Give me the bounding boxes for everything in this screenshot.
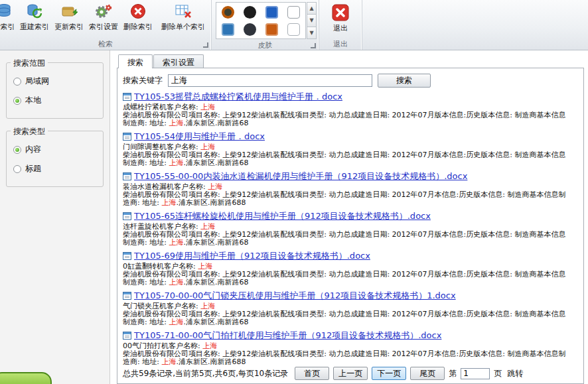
ribbon-button-3[interactable]: 更新索引 [52, 0, 86, 32]
search-result: TY105-53摇臂总成螺栓拧紧机使用与维护手册．docx成螺栓拧紧机客户名称:… [123, 91, 578, 127]
snippet-text: 造商: 地址: [123, 198, 161, 207]
snippet-text: .浦东新区.南新路68 [183, 318, 248, 326]
gallery-scroll-down-icon[interactable]: ▼ [307, 15, 317, 27]
ribbon-group-exit: 退出 退出 [319, 0, 362, 50]
skin-6-icon[interactable] [244, 23, 256, 36]
main-area: 搜索 索引设置 搜索关键字 搜索 TY105-53摇臂总成螺栓拧紧机使用与维护手… [110, 50, 588, 384]
doc-icon [123, 252, 131, 260]
skin-2-icon[interactable] [244, 6, 256, 19]
exit-button-label: 退出 [333, 23, 348, 33]
jump-prefix-label: 第 [449, 368, 457, 379]
jump-button[interactable]: 跳转 [506, 368, 524, 379]
skin-gallery [216, 2, 306, 39]
doc-icon [123, 93, 131, 101]
app-window: 建索引重建索引更新索引索引设置删除索引删除单个索引 检索 ▲ ▼ ▼ 皮肤 [0, 0, 588, 384]
highlight-term: 上海 [169, 318, 183, 326]
sidebar: 搜索范围局域网本地搜索类型内容标题 [0, 50, 110, 384]
highlight-term: 上海 [169, 159, 183, 167]
ribbon-group-skin-caption: 皮肤 [212, 40, 319, 50]
result-snippet-line: 制造商: 地址: 上海.浦东新区.南新路68 [123, 239, 578, 247]
ribbon-button-2[interactable]: 重建索引 [17, 0, 52, 32]
radio-icon [13, 146, 21, 154]
snippet-text: .浦东新区.南新路68 [183, 238, 248, 247]
ribbon-button-label: 重建索引 [20, 22, 49, 32]
skin-gallery-scrollbar: ▲ ▼ ▼ [307, 2, 317, 39]
highlight-term: 上海 [169, 278, 183, 287]
search-button[interactable]: 搜索 [378, 74, 431, 88]
result-snippet-line: 制造商: 地址: 上海.浦东新区.南新路68 [123, 119, 578, 127]
snippet-text: .浦东新区.南新路68 [183, 278, 248, 287]
tab-search[interactable]: 搜索 [118, 54, 153, 68]
search-panel: 搜索关键字 搜索 TY105-53摇臂总成螺栓拧紧机使用与维护手册．docx成螺… [117, 68, 584, 384]
snippet-text: 制造商: 地址: [123, 238, 169, 247]
skin-4-icon[interactable] [287, 6, 300, 19]
highlight-term: 上海 [161, 198, 176, 207]
search-scope-group: 搜索范围局域网本地 [6, 62, 104, 119]
radio-label: 局域网 [25, 76, 49, 87]
radio-label: 标题 [25, 163, 41, 174]
index-delete-icon [129, 1, 147, 21]
ribbon-button-4[interactable]: 索引设置 [86, 0, 121, 32]
result-title-text: TY105-55-00-00内装油水道检漏机使用与维护手册（912项目设备技术规… [134, 170, 467, 182]
skin-8-icon[interactable] [287, 23, 300, 36]
index-rebuild-icon [25, 1, 44, 21]
prev-page-button[interactable]: 上一页 [333, 367, 368, 380]
search-scope-option-1[interactable]: 局域网 [13, 76, 96, 87]
result-title-link[interactable]: TY105-70-00-00气门锁夹压机使用与维护手册（912项目设备技术规格书… [123, 290, 578, 302]
radio-icon [13, 97, 21, 105]
ribbon-button-label: 建索引 [0, 22, 15, 32]
search-input[interactable] [168, 74, 372, 87]
result-title-link[interactable]: TY105-54使用与维护手册．docx [123, 131, 578, 143]
group-caption-label: 皮肤 [258, 40, 273, 50]
result-title-link[interactable]: TY105-69使用与维护手册（912项目设备技术规格书）.docx [123, 250, 578, 262]
skin-7-icon[interactable] [265, 23, 278, 36]
last-page-button[interactable]: 尾页 [410, 367, 445, 380]
next-page-button[interactable]: 下一页 [372, 367, 406, 380]
radio-label: 本地 [25, 95, 41, 106]
index-settings-icon [94, 1, 113, 21]
result-title-text: TY105-53摇臂总成螺栓拧紧机使用与维护手册．docx [134, 91, 342, 103]
ribbon-group-search: 建索引重建索引更新索引索引设置删除索引删除单个索引 检索 [0, 0, 212, 50]
dialog-launcher-icon[interactable] [311, 43, 316, 48]
snippet-text: 制造商: 地址: [123, 119, 169, 127]
result-snippet-line: 制造商: 地址: 上海.浦东新区.南新路68 [123, 159, 578, 167]
ribbon: 建索引重建索引更新索引索引设置删除索引删除单个索引 检索 ▲ ▼ ▼ 皮肤 [0, 0, 588, 50]
ribbon-group-exit-caption: 退出 [319, 38, 362, 50]
exit-icon [332, 3, 349, 23]
ribbon-button-6[interactable]: 删除单个索引 [155, 0, 211, 32]
result-title-link[interactable]: TY105-71-00-00气门拍打机使用与维护手册（912项目设备技术规格书）… [123, 330, 578, 342]
result-title-link[interactable]: TY105-53摇臂总成螺栓拧紧机使用与维护手册．docx [123, 91, 578, 103]
ribbon-button-1[interactable]: 建索引 [0, 0, 17, 32]
doc-icon [123, 133, 131, 141]
tab-index-settings[interactable]: 索引设置 [153, 54, 204, 68]
result-title-text: TY105-70-00-00气门锁夹压机使用与维护手册（912项目设备技术规格书… [134, 290, 456, 302]
search-scope-option-2[interactable]: 本地 [13, 95, 96, 106]
radio-label: 内容 [25, 144, 41, 155]
dialog-launcher-icon[interactable] [203, 42, 208, 48]
first-page-button[interactable]: 首页 [295, 367, 329, 380]
radio-icon [13, 78, 21, 86]
skin-1-icon[interactable] [222, 6, 234, 19]
snippet-text: 制造商: 地址: [123, 159, 169, 167]
jump-page-input[interactable] [461, 368, 490, 379]
result-title-link[interactable]: TY105-65连杆螺栓旋松机使用与维护手册（912项目设备技术规格书）.doc… [123, 210, 578, 222]
search-keyword-label: 搜索关键字 [123, 75, 163, 86]
search-type-option-2[interactable]: 标题 [13, 163, 96, 174]
skin-5-icon[interactable] [222, 23, 234, 36]
gallery-scroll-up-icon[interactable]: ▲ [307, 2, 317, 15]
skin-3-icon[interactable] [265, 6, 278, 19]
ribbon-group-search-caption: 检索 [0, 38, 211, 50]
ribbon-search-buttons: 建索引重建索引更新索引索引设置删除索引删除单个索引 [0, 0, 211, 38]
ribbon-button-label: 更新索引 [54, 22, 84, 32]
ribbon-button-5[interactable]: 删除索引 [121, 0, 155, 32]
result-title-link[interactable]: TY105-55-00-00内装油水道检漏机使用与维护手册（912项目设备技术规… [123, 170, 578, 182]
doc-icon [123, 212, 131, 220]
gallery-expand-icon[interactable]: ▼ [307, 27, 317, 39]
body-area: 搜索范围局域网本地搜索类型内容标题 搜索 索引设置 搜索关键字 搜索 TY105… [0, 50, 588, 384]
exit-button[interactable]: 退出 [325, 1, 356, 33]
search-type-title: 搜索类型 [11, 126, 48, 137]
search-type-option-1[interactable]: 内容 [13, 144, 96, 155]
ribbon-filler [362, 0, 588, 50]
result-snippet-line: 制造商: 地址: 上海.浦东新区.南新路68 [123, 318, 578, 326]
result-title-text: TY105-65连杆螺栓旋松机使用与维护手册（912项目设备技术规格书）.doc… [134, 210, 431, 222]
